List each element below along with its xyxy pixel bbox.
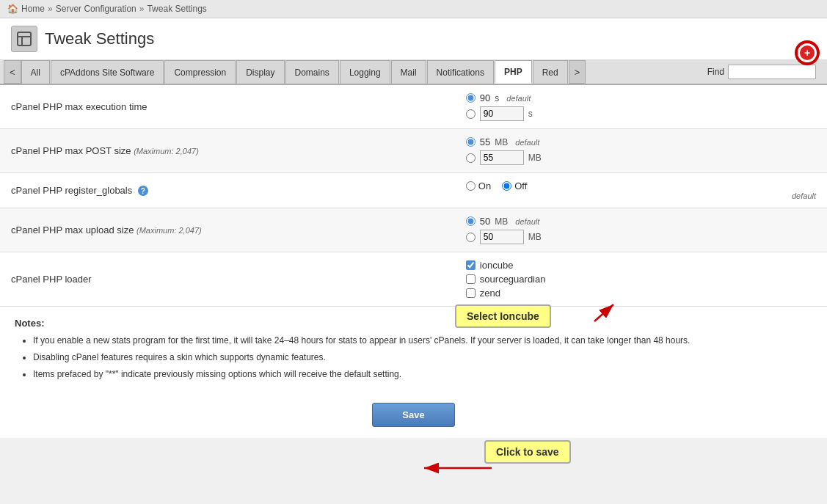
notes-item-2: Disabling cPanel features requires a ski…: [33, 351, 812, 364]
breadcrumb-sep1: »: [48, 4, 53, 14]
settings-table: cPanel PHP max execution time 90 s defau…: [0, 85, 827, 307]
tab-display[interactable]: Display: [236, 60, 284, 84]
exec-time-radio-group: 90 s default s: [466, 92, 816, 121]
off-label: Off: [514, 180, 527, 191]
breadcrumb-home[interactable]: Home: [21, 4, 45, 14]
table-row: cPanel PHP max upload size (Maximum: 2,0…: [0, 208, 827, 252]
on-off-group: On Off default: [466, 180, 816, 200]
upload-size-max: (Maximum: 2,047): [136, 226, 202, 235]
post-size-custom-row: MB: [466, 150, 816, 165]
setting-label-php-loader: cPanel PHP loader: [0, 252, 455, 307]
find-label: Find: [707, 67, 724, 77]
setting-label-post-size: cPanel PHP max POST size (Maximum: 2,047…: [0, 129, 455, 173]
exec-time-input[interactable]: [480, 106, 524, 121]
exec-time-custom-row: s: [466, 106, 816, 121]
tab-domains[interactable]: Domains: [285, 60, 339, 84]
tab-php[interactable]: PHP: [495, 60, 532, 84]
setting-control-exec-time: 90 s default s: [455, 85, 827, 129]
post-size-custom-radio[interactable]: [466, 153, 476, 163]
exec-time-unit: s: [495, 93, 499, 103]
find-area: Find: [700, 65, 823, 79]
ioncube-checkbox[interactable]: [466, 260, 476, 270]
post-size-input[interactable]: [480, 150, 524, 165]
tab-red[interactable]: Red: [533, 60, 568, 84]
exec-time-unit2: s: [528, 109, 533, 119]
home-icon: 🏠: [7, 4, 18, 14]
help-question-mark[interactable]: ?: [138, 186, 148, 196]
register-globals-default: default: [466, 191, 816, 200]
sourceguardian-label: sourceguardian: [480, 274, 546, 285]
sourceguardian-checkbox[interactable]: [466, 274, 476, 284]
page-icon: [11, 26, 37, 52]
ioncube-row: ioncube: [466, 260, 816, 271]
post-size-default-radio[interactable]: [466, 137, 476, 147]
svg-rect-0: [18, 32, 31, 45]
save-button[interactable]: Save: [372, 403, 454, 427]
on-item: On: [466, 180, 491, 191]
zend-row: zend: [466, 288, 816, 299]
save-area: Save: [0, 392, 827, 438]
exec-time-default-value: 90: [480, 92, 490, 103]
upload-size-unit2: MB: [528, 232, 542, 242]
tab-scroll-left[interactable]: <: [4, 60, 21, 84]
tab-cpaddons[interactable]: cPAddons Site Software: [51, 60, 164, 84]
tab-scroll-right[interactable]: >: [569, 60, 586, 84]
tab-bar: < All cPAddons Site Software Compression…: [0, 60, 827, 85]
setting-label-exec-time: cPanel PHP max execution time: [0, 85, 455, 129]
setting-control-upload-size: 50 MB default MB: [455, 208, 827, 252]
setting-label-upload-size: cPanel PHP max upload size (Maximum: 2,0…: [0, 208, 455, 252]
tab-compression[interactable]: Compression: [164, 60, 236, 84]
page-header: Tweak Settings: [0, 18, 827, 60]
on-label: On: [478, 180, 491, 191]
breadcrumb-sep2: »: [139, 4, 145, 14]
sourceguardian-row: sourceguardian: [466, 274, 816, 285]
post-size-radio-group: 55 MB default MB: [466, 136, 816, 165]
exec-time-default-label: default: [506, 94, 531, 103]
post-size-max: (Maximum: 2,047): [134, 147, 199, 156]
on-off-row: On Off: [466, 180, 816, 191]
tab-mail[interactable]: Mail: [391, 60, 426, 84]
help-icon[interactable]: +: [795, 40, 820, 65]
upload-size-default-radio[interactable]: [466, 216, 476, 226]
table-row: cPanel PHP max execution time 90 s defau…: [0, 85, 827, 129]
post-size-default-label: default: [515, 138, 539, 147]
zend-label: zend: [480, 288, 500, 299]
php-loader-checkbox-group: ioncube sourceguardian zend: [466, 260, 816, 299]
upload-size-custom-row: MB: [466, 230, 816, 244]
notes-title: Notes:: [15, 318, 812, 329]
breadcrumb-server-config[interactable]: Server Configuration: [56, 4, 136, 14]
breadcrumb: 🏠 Home » Server Configuration » Tweak Se…: [0, 0, 827, 18]
setting-control-register-globals: On Off default: [455, 173, 827, 208]
notes-item-1: If you enable a new stats program for th…: [33, 335, 812, 347]
setting-control-php-loader: ioncube sourceguardian zend: [455, 252, 827, 307]
off-item: Off: [502, 180, 527, 191]
tab-logging[interactable]: Logging: [340, 60, 390, 84]
upload-size-default-value: 50: [480, 216, 490, 227]
upload-size-default-row: 50 MB default: [466, 216, 816, 227]
exec-time-default-row: 90 s default: [466, 92, 816, 103]
table-row: cPanel PHP max POST size (Maximum: 2,047…: [0, 129, 827, 173]
setting-label-register-globals: cPanel PHP register_globals ?: [0, 173, 455, 208]
zend-checkbox[interactable]: [466, 288, 476, 298]
exec-time-default-radio[interactable]: [466, 93, 476, 103]
register-globals-off-radio[interactable]: [502, 181, 511, 191]
register-globals-on-radio[interactable]: [466, 181, 476, 191]
tab-notifications[interactable]: Notifications: [427, 60, 494, 84]
page-title: Tweak Settings: [45, 29, 154, 48]
upload-size-radio-group: 50 MB default MB: [466, 216, 816, 244]
table-row: cPanel PHP loader ioncube sourceguardian: [0, 252, 827, 307]
notes-section: Notes: If you enable a new stats program…: [0, 307, 827, 392]
tab-all[interactable]: All: [21, 60, 50, 84]
upload-size-input[interactable]: [480, 230, 524, 244]
click-to-save-callout: Click to save: [484, 440, 571, 464]
select-ioncube-callout: Select Ioncube: [455, 304, 551, 328]
notes-item-3: Items prefaced by "**" indicate previous…: [33, 368, 812, 381]
find-input[interactable]: [728, 65, 816, 79]
upload-size-custom-radio[interactable]: [466, 233, 476, 242]
table-row: cPanel PHP register_globals ? On Off: [0, 173, 827, 208]
post-size-unit: MB: [495, 137, 508, 147]
setting-control-post-size: 55 MB default MB: [455, 129, 827, 173]
notes-list: If you enable a new stats program for th…: [33, 335, 812, 380]
exec-time-custom-radio[interactable]: [466, 109, 476, 119]
ioncube-label: ioncube: [480, 260, 514, 271]
